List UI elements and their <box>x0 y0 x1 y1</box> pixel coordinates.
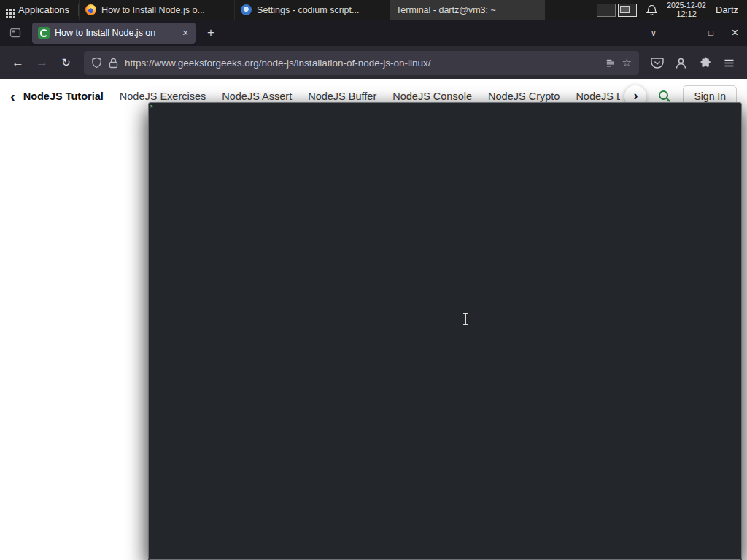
hamburger-menu-icon[interactable] <box>717 51 741 74</box>
panel-window-button[interactable]: Settings - codium script... <box>234 0 390 20</box>
account-icon[interactable] <box>669 51 693 74</box>
panel-tray: 2025-12-02 12:12 Dartz <box>597 0 747 20</box>
tab-close-button[interactable]: × <box>178 26 193 40</box>
reload-button[interactable]: ↻ <box>54 51 78 74</box>
nav-scroll-left-icon[interactable]: ‹ <box>10 89 15 104</box>
browser-tab[interactable]: How to Install Node.js on × <box>32 23 196 44</box>
panel-username: Dartz <box>716 4 740 15</box>
window-button-label: Terminal - dartz@vm3: ~ <box>396 5 496 15</box>
extensions-puzzle-icon[interactable] <box>693 51 717 74</box>
reader-view-icon[interactable] <box>605 58 616 69</box>
tabbar-controls: ∨ – □ × <box>644 20 747 46</box>
panel-date: 2025-12-02 <box>667 1 706 10</box>
new-tab-button[interactable]: + <box>201 23 220 42</box>
shield-icon[interactable] <box>91 57 102 69</box>
applications-label: Applications <box>18 4 69 15</box>
tab-favicon-gfg <box>38 27 50 39</box>
panel-time: 12:12 <box>667 9 706 19</box>
window-minimize-button[interactable]: – <box>675 20 699 46</box>
workspace-pager[interactable] <box>597 4 637 17</box>
workspace-cell[interactable] <box>597 4 616 17</box>
window-button-list: How to Install Node.js o...Settings - co… <box>79 0 545 20</box>
browser-tab-bar: How to Install Node.js on × + ∨ – □ × <box>0 20 747 46</box>
panel-clock[interactable]: 2025-12-02 12:12 <box>667 1 706 20</box>
notification-bell-icon[interactable] <box>646 4 657 16</box>
forward-button[interactable]: → <box>30 51 54 74</box>
desktop: Applications How to Install Node.js o...… <box>0 0 747 560</box>
browser-toolbar: ← → ↻ https://www.geeksforgeeks.org/node… <box>0 46 747 79</box>
workspace-cell-active[interactable] <box>618 4 637 17</box>
panel-window-button[interactable]: How to Install Node.js o... <box>79 0 234 20</box>
site-nav-item[interactable]: NodeJS Tutorial <box>23 90 104 102</box>
bookmark-star-icon[interactable]: ☆ <box>622 56 632 69</box>
window-button-label: How to Install Node.js o... <box>101 5 205 15</box>
search-icon[interactable] <box>657 89 672 104</box>
firefox-icon <box>85 4 96 15</box>
back-button[interactable]: ← <box>6 51 30 74</box>
window-maximize-button[interactable]: □ <box>699 20 723 46</box>
applications-icon <box>6 9 8 11</box>
top-panel: Applications How to Install Node.js o...… <box>0 0 747 20</box>
window-button-label: Settings - codium script... <box>257 5 359 15</box>
window-close-button[interactable]: × <box>723 20 747 46</box>
firefox-view-button[interactable] <box>6 23 25 42</box>
list-all-tabs-button[interactable]: ∨ <box>644 23 663 42</box>
url-text: https://www.geeksforgeeks.org/node-js/in… <box>125 58 598 69</box>
site-nav-item[interactable]: NodeJS Console <box>392 90 472 102</box>
settings-icon <box>241 4 252 15</box>
pager-mini-window <box>620 6 630 13</box>
site-nav-items: NodeJS TutorialNodeJS ExercisesNodeJS As… <box>23 90 621 102</box>
site-nav-item[interactable]: NodeJS Buffer <box>308 90 376 102</box>
applications-menu-button[interactable]: Applications <box>0 0 78 20</box>
site-nav-item[interactable]: NodeJS Crypto <box>488 90 560 102</box>
site-nav-item[interactable]: NodeJS DNS <box>576 90 620 102</box>
site-nav-item[interactable]: NodeJS Exercises <box>120 90 206 102</box>
pocket-icon[interactable] <box>645 51 669 74</box>
tab-title-fade <box>152 24 177 42</box>
url-bar[interactable]: https://www.geeksforgeeks.org/node-js/in… <box>84 51 639 75</box>
site-nav-item[interactable]: NodeJS Assert <box>222 90 292 102</box>
lock-icon[interactable] <box>109 58 118 69</box>
panel-window-button[interactable]: Terminal - dartz@vm3: ~ <box>390 0 545 20</box>
